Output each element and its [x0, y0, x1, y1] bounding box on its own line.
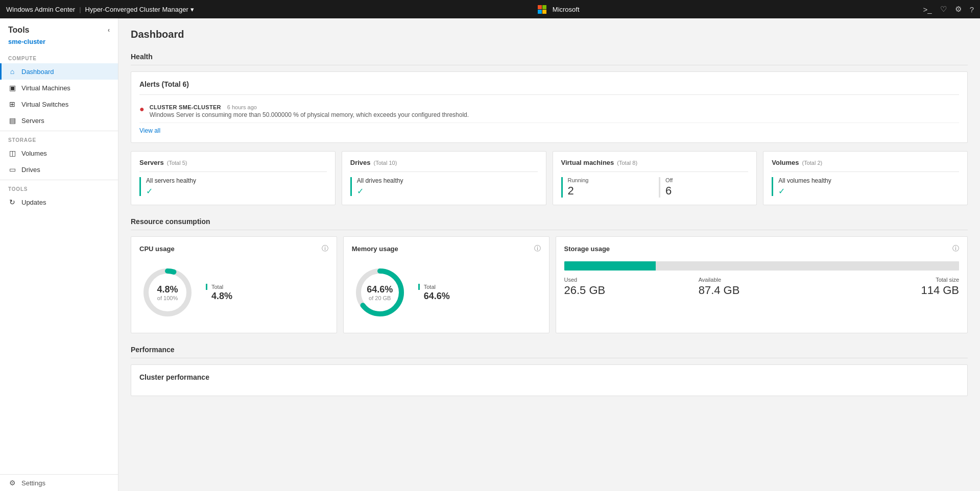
- sidebar-item-label-drives: Drives: [21, 166, 40, 174]
- settings-icon: ⚙: [8, 479, 16, 487]
- volumes-card-title: Volumes (Total 2): [772, 159, 959, 166]
- storage-available-value: 87.4 GB: [699, 284, 825, 297]
- storage-total-value: 114 GB: [833, 284, 959, 297]
- sidebar-item-drives[interactable]: ▭ Drives: [0, 161, 118, 178]
- topbar-right: >_ ♡ ⚙ ?: [923, 5, 974, 14]
- sidebar: Tools ‹ sme-cluster COMPUTE ⌂ Dashboard …: [0, 18, 118, 491]
- topbar-separator: |: [79, 6, 81, 13]
- sidebar-section-tools: TOOLS: [0, 182, 118, 194]
- sidebar-item-label-settings: Settings: [21, 479, 45, 487]
- cluster-manager-label[interactable]: Hyper-Converged Cluster Manager ▾: [85, 6, 194, 13]
- vm-running-stat: Running 2: [561, 177, 651, 198]
- sidebar-item-settings[interactable]: ⚙ Settings: [0, 475, 118, 491]
- alert-source: CLUSTER SME-CLUSTER: [150, 104, 221, 110]
- sidebar-item-virtual-machines[interactable]: ▣ Virtual Machines: [0, 80, 118, 96]
- sidebar-item-virtual-switches[interactable]: ⊞ Virtual Switches: [0, 96, 118, 112]
- cpu-legend-label: Total: [206, 284, 232, 290]
- sidebar-item-label-vms: Virtual Machines: [21, 84, 70, 92]
- memory-legend: Total 64.6%: [418, 284, 450, 302]
- help-icon[interactable]: ?: [970, 5, 974, 14]
- drives-status-text: All drives healthy: [357, 177, 538, 184]
- sidebar-item-label-servers: Servers: [21, 117, 44, 125]
- topbar-center: Microsoft: [538, 5, 580, 14]
- vm-off-stat: Off 6: [659, 177, 748, 198]
- storage-used-stat: Used 26.5 GB: [564, 277, 690, 297]
- switch-icon: ⊞: [8, 100, 16, 108]
- server-icon: ▤: [8, 116, 16, 125]
- sidebar-item-dashboard[interactable]: ⌂ Dashboard: [0, 63, 118, 80]
- terminal-icon[interactable]: >_: [923, 5, 932, 14]
- gear-icon[interactable]: ⚙: [955, 5, 962, 14]
- sidebar-item-volumes[interactable]: ◫ Volumes: [0, 145, 118, 161]
- home-icon: ⌂: [8, 67, 16, 76]
- vm-running-label: Running: [568, 177, 651, 183]
- drives-status: All drives healthy ✓: [350, 177, 538, 196]
- storage-card: Storage usage ⓘ Used 26.5 GB Available: [556, 236, 968, 333]
- drives-card-subtitle: (Total 10): [374, 160, 397, 166]
- volumes-status: All volumes healthy ✓: [772, 177, 959, 196]
- sidebar-title-row: Tools ‹: [0, 18, 118, 38]
- vms-health-card: Virtual machines (Total 8) Running 2 Off…: [553, 151, 757, 205]
- cpu-card-header: CPU usage ⓘ: [139, 244, 328, 253]
- sidebar-cluster-name: sme-cluster: [0, 38, 118, 52]
- servers-card-title: Servers (Total 5): [139, 159, 327, 166]
- vms-card-subtitle: (Total 8): [617, 160, 637, 166]
- alert-time: 6 hours ago: [227, 104, 257, 110]
- storage-stats: Used 26.5 GB Available 87.4 GB Total siz…: [564, 277, 960, 297]
- sidebar-section-compute: COMPUTE: [0, 52, 118, 63]
- cpu-card-title: CPU usage: [139, 245, 175, 253]
- servers-card-subtitle: (Total 5): [167, 160, 187, 166]
- storage-bar-wrap: [564, 261, 960, 271]
- storage-card-header: Storage usage ⓘ: [564, 244, 960, 253]
- sidebar-collapse-button[interactable]: ‹: [108, 27, 110, 34]
- cpu-legend: Total 4.8%: [206, 284, 232, 302]
- storage-available-label: Available: [699, 277, 825, 283]
- alert-meta: CLUSTER SME-CLUSTER 6 hours ago: [150, 104, 959, 110]
- vm-running-value: 2: [568, 184, 651, 198]
- drives-health-card: Drives (Total 10) All drives healthy ✓: [342, 151, 546, 205]
- resource-section-header: Resource consumption: [131, 213, 968, 230]
- topbar-left: Windows Admin Center | Hyper-Converged C…: [6, 6, 194, 13]
- sidebar-item-label-dashboard: Dashboard: [21, 68, 54, 76]
- alert-message: Windows Server is consuming more than 50…: [150, 111, 959, 118]
- volumes-check-icon: ✓: [778, 187, 785, 195]
- memory-donut-sub: of 20 GB: [367, 295, 393, 301]
- health-section-header: Health: [131, 48, 968, 65]
- storage-used-value: 26.5 GB: [564, 284, 690, 297]
- page-title: Dashboard: [131, 29, 968, 40]
- memory-donut: 64.6% of 20 GB: [352, 264, 408, 321]
- sidebar-item-servers[interactable]: ▤ Servers: [0, 112, 118, 129]
- storage-total-label: Total size: [833, 277, 959, 283]
- sidebar-item-label-switches: Virtual Switches: [21, 101, 68, 108]
- vms-card-title: Virtual machines (Total 8): [561, 159, 749, 166]
- memory-info-icon[interactable]: ⓘ: [534, 244, 541, 253]
- memory-card: Memory usage ⓘ 64.6% of 20 GB: [343, 236, 549, 333]
- main-content: Dashboard Health Alerts (Total 6) ● CLUS…: [118, 18, 980, 491]
- volumes-card-subtitle: (Total 2): [802, 160, 822, 166]
- alert-item: ● CLUSTER SME-CLUSTER 6 hours ago Window…: [139, 100, 959, 123]
- topbar: Windows Admin Center | Hyper-Converged C…: [0, 0, 980, 18]
- cpu-info-icon[interactable]: ⓘ: [322, 244, 328, 253]
- sidebar-title-label: Tools: [8, 26, 29, 35]
- bell-icon[interactable]: ♡: [940, 5, 947, 14]
- chevron-down-icon: ▾: [190, 6, 194, 13]
- cpu-donut: 4.8% of 100%: [139, 264, 196, 321]
- cpu-card: CPU usage ⓘ 4.8% of 100%: [131, 236, 337, 333]
- view-all-link[interactable]: View all: [139, 127, 160, 134]
- vm-stats: Running 2 Off 6: [561, 177, 749, 198]
- cpu-legend-value: 4.8%: [206, 291, 232, 302]
- memory-legend-label: Total: [418, 284, 450, 290]
- sidebar-item-updates[interactable]: ↻ Updates: [0, 194, 118, 210]
- storage-available-stat: Available 87.4 GB: [699, 277, 825, 297]
- volumes-status-text: All volumes healthy: [778, 177, 959, 184]
- vm-off-label: Off: [665, 177, 748, 183]
- storage-info-icon[interactable]: ⓘ: [952, 244, 959, 253]
- cluster-perf-title: Cluster performance: [139, 373, 959, 381]
- vm-off-value: 6: [665, 184, 748, 198]
- sidebar-bottom: ⚙ Settings: [0, 474, 118, 491]
- cpu-donut-container: 4.8% of 100% Total 4.8%: [139, 259, 328, 326]
- servers-status: All servers healthy ✓: [139, 177, 327, 196]
- memory-donut-value: 64.6%: [367, 284, 393, 295]
- cpu-donut-value: 4.8%: [157, 284, 178, 295]
- sidebar-item-label-updates: Updates: [21, 199, 46, 206]
